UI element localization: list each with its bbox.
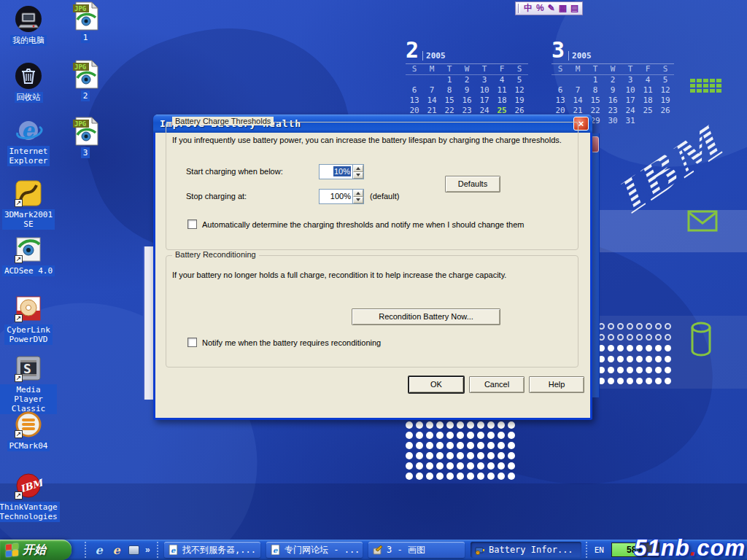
language-bar[interactable]: 中 % ✎ ▦ ▤ xyxy=(515,1,583,15)
group-title: Battery Charge Thresholds xyxy=(172,117,274,125)
ie-page-icon: e xyxy=(169,545,179,555)
desktop-icon-label: Internet Explorer xyxy=(7,146,50,166)
desktop-icon-label: 回收站 xyxy=(15,92,43,103)
desktop-icon-label: 3 xyxy=(81,147,90,158)
notify-recondition-checkbox-row[interactable]: Notify me when the battery requires reco… xyxy=(187,338,494,347)
start-button-label: 开始 xyxy=(23,542,46,558)
svg-text:e: e xyxy=(273,546,278,554)
auto-determine-checkbox[interactable] xyxy=(187,219,197,229)
desktop-icon-jpg-3[interactable]: JPG 3 xyxy=(67,117,104,158)
auto-determine-checkbox-row[interactable]: Automatically determine the charging thr… xyxy=(187,219,567,229)
start-charging-spinner[interactable]: 10% xyxy=(319,164,364,179)
task-button-browser-1[interactable]: e 找不到服务器,... xyxy=(164,542,260,558)
desktop-icon-my-computer[interactable]: 我的电脑 xyxy=(0,4,57,46)
shortcut-arrow-icon xyxy=(15,255,23,263)
desktop-icon-thinkvantage[interactable]: IBM ThinkVantage Technologies xyxy=(0,471,57,522)
recondition-battery-now-button[interactable]: Recondition Battery Now... xyxy=(352,308,500,325)
spinner-down-icon[interactable] xyxy=(353,172,363,179)
cancel-button[interactable]: Cancel xyxy=(469,376,525,393)
stop-charging-value[interactable]: 100% xyxy=(320,190,352,203)
calendar-year: 2005 xyxy=(568,51,592,61)
paint-icon xyxy=(373,545,383,555)
shortcut-arrow-icon xyxy=(15,491,23,499)
desktop-icon-internet-explorer[interactable]: e Internet Explorer xyxy=(0,115,57,166)
ime-keyboard-icon[interactable]: ▦ xyxy=(559,2,567,15)
powerdvd-icon xyxy=(14,294,43,323)
defaults-button[interactable]: Defaults xyxy=(445,176,500,192)
quick-launch-ie-icon[interactable]: e xyxy=(93,544,105,556)
desktop-icon-jpg-1[interactable]: JPG 1 xyxy=(67,1,104,43)
ok-button[interactable]: OK xyxy=(409,376,464,393)
wallpaper-calendar-february: 2 2005 SMTWTFS12345678910111213141516171… xyxy=(406,40,528,126)
battery-icon xyxy=(475,545,485,555)
wallpaper-calendar-march: 3 2005 SMTWTFS12345678910111213141516171… xyxy=(551,40,674,126)
pcmark04-icon xyxy=(14,410,43,439)
watermark-left: 51nb xyxy=(634,535,689,560)
3dmark2001-icon xyxy=(14,179,43,208)
internet-explorer-icon: e xyxy=(14,115,43,144)
help-button[interactable]: Help xyxy=(529,376,584,393)
task-button-label: 专门网论坛 - ... xyxy=(285,544,360,556)
desktop-icon-3dmark2001[interactable]: 3DMark2001 SE xyxy=(0,179,57,230)
battery-charge-thresholds-group: Battery Charge Thresholds If you infrequ… xyxy=(166,122,578,250)
svg-text:e: e xyxy=(171,546,176,554)
desktop-icon-label: 3DMark2001 SE xyxy=(2,209,55,230)
desktop-icon-pcmark04[interactable]: PCMark04 xyxy=(0,410,57,451)
quick-launch-more-icon[interactable]: » xyxy=(145,545,150,555)
desktop-icon-jpg-2[interactable]: JPG 2 xyxy=(67,60,104,101)
task-button-browser-2[interactable]: e 专门网论坛 - ... xyxy=(266,542,363,558)
ime-pen-icon[interactable]: ✎ xyxy=(548,2,555,15)
desktop-icon-label: ACDSee 4.0 xyxy=(2,265,55,276)
start-charging-label: Start charging when below: xyxy=(186,167,283,176)
watermark-51nb: 51nb.com xyxy=(634,535,746,560)
ime-fullwidth-icon[interactable]: % xyxy=(536,2,544,15)
task-button-battery-information[interactable]: Battery Infor... xyxy=(471,542,581,558)
tray-language-indicator[interactable]: EN xyxy=(595,545,604,555)
desktop-icon-recycle-bin[interactable]: 回收站 xyxy=(0,61,57,103)
charge-group-description: If you infrequently use battery power, y… xyxy=(172,136,562,144)
group-title: Battery Reconditioning xyxy=(172,250,259,259)
ime-chinese-icon[interactable]: 中 xyxy=(524,2,533,15)
task-button-paint[interactable]: 3 - 画图 xyxy=(368,542,465,558)
shortcut-arrow-icon xyxy=(15,430,23,438)
recondition-group-description: If your battery no longer holds a full c… xyxy=(172,271,506,279)
desktop-icon-label: 我的电脑 xyxy=(10,35,47,46)
task-button-label: 3 - 画图 xyxy=(387,544,425,556)
notify-recondition-checkbox[interactable] xyxy=(187,338,197,347)
task-button-label: Battery Infor... xyxy=(489,545,573,555)
desktop-icon-powerdvd[interactable]: CyberLink PowerDVD xyxy=(0,294,57,345)
thinkvantage-icon: IBM xyxy=(14,471,43,500)
jpg-file-icon: JPG xyxy=(71,60,100,89)
desktop-icon-label: 2 xyxy=(81,90,90,101)
show-desktop-icon[interactable] xyxy=(128,544,140,556)
spinner-up-icon[interactable] xyxy=(353,165,363,172)
desktop-icon-acdsee[interactable]: ACDSee 4.0 xyxy=(0,235,57,276)
calendar-year: 2005 xyxy=(422,51,446,61)
spinner-down-icon[interactable] xyxy=(353,197,363,204)
taskbar-separator xyxy=(157,542,158,558)
notify-recondition-label: Notify me when the battery requires reco… xyxy=(202,338,381,347)
start-charging-value[interactable]: 10% xyxy=(333,166,351,176)
quick-launch-browser-icon[interactable]: e xyxy=(110,544,123,556)
spinner-up-icon[interactable] xyxy=(353,190,363,197)
jpg-file-icon: JPG xyxy=(71,1,100,31)
recycle-bin-icon xyxy=(14,61,43,90)
stop-charging-spinner[interactable]: 100% xyxy=(319,189,364,204)
wallpaper-band xyxy=(592,210,747,252)
windows-flag-icon xyxy=(6,543,18,557)
desktop-icon-media-player-classic[interactable]: S Media Player Classic xyxy=(0,354,57,414)
svg-text:JPG: JPG xyxy=(74,120,86,128)
language-bar-grip[interactable] xyxy=(518,4,520,13)
task-button-label: 找不到服务器,... xyxy=(182,544,256,556)
svg-text:S: S xyxy=(23,361,31,376)
envelope-icon xyxy=(687,210,718,232)
start-button[interactable]: 开始 xyxy=(0,540,71,560)
watermark-right: com xyxy=(697,535,746,560)
watermark-dot: . xyxy=(690,535,697,560)
desktop-icon-label: 1 xyxy=(81,32,90,43)
taskbar-separator xyxy=(586,542,587,558)
stop-charging-suffix: (default) xyxy=(370,192,399,201)
acdsee-icon xyxy=(14,235,43,264)
wallpaper-dot-grid xyxy=(598,323,674,389)
ime-menu-icon[interactable]: ▤ xyxy=(570,2,578,15)
